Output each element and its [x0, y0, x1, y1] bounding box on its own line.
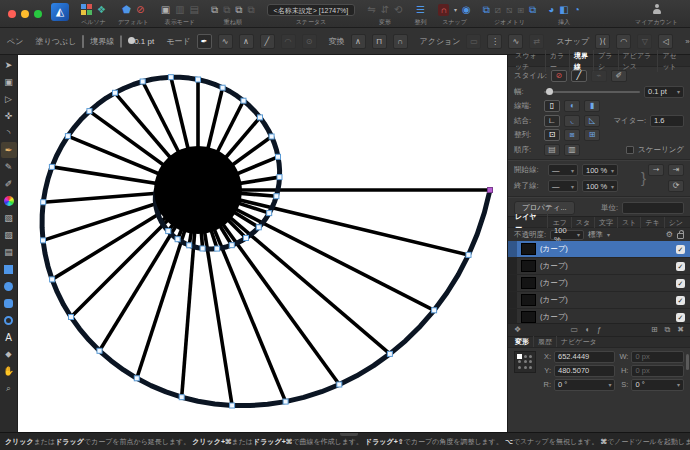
miter-field[interactable]: 1.6 — [650, 115, 684, 127]
align-center-icon[interactable]: ⊡ — [544, 129, 560, 141]
curve-node[interactable] — [269, 134, 274, 139]
snap-offcurve-icon[interactable]: ⟩⟨ — [595, 34, 610, 49]
mode-line-icon[interactable]: ╱ — [260, 34, 275, 49]
layer-visibility-checkbox[interactable]: ✓ — [676, 245, 685, 254]
mode-polygon-icon[interactable]: ∧ — [239, 34, 254, 49]
transform-tab-変形[interactable]: 変形 — [511, 336, 534, 347]
curve-end-node[interactable] — [488, 188, 493, 193]
canvas[interactable] — [18, 55, 507, 432]
new-layer-icon[interactable]: ⊞ — [651, 325, 658, 334]
move-forward-icon[interactable]: ⧉ — [223, 4, 230, 16]
scaling-checkbox[interactable] — [626, 146, 634, 154]
swap-arrows-icon[interactable]: ⟳ — [668, 180, 684, 192]
curve-node[interactable] — [466, 252, 471, 257]
nautilus-spiral-drawing[interactable] — [18, 55, 507, 432]
text-tool[interactable]: A — [1, 329, 17, 345]
snap-candidates-icon[interactable]: ◉ — [462, 4, 471, 16]
curve-node[interactable] — [267, 211, 272, 216]
boolean-divide-icon[interactable]: ⧆ — [518, 4, 524, 16]
curve-node[interactable] — [337, 382, 342, 387]
arrow-place-inside-icon[interactable]: ➝ — [648, 164, 664, 176]
join-round-icon[interactable]: ◟ — [564, 115, 580, 127]
vector-view-icon[interactable]: ▣ — [161, 4, 170, 16]
order-front-icon[interactable]: ▤ — [544, 144, 560, 156]
stroke-width-field[interactable]: 0.1 pt▾ — [644, 86, 684, 98]
curve-node[interactable] — [49, 164, 54, 169]
donut-tool[interactable] — [1, 312, 17, 328]
curve-node[interactable] — [241, 98, 246, 103]
stroke-swatch-black[interactable] — [120, 35, 122, 48]
splitter-handle[interactable] — [340, 433, 358, 436]
layers-tab-スト[interactable]: スト — [618, 217, 641, 228]
start-arrow-scale[interactable]: 100 %▾ — [582, 164, 618, 176]
layer-lock-icon[interactable] — [677, 233, 684, 239]
mode-lasso-icon[interactable]: ◠ — [281, 34, 296, 49]
curve-node[interactable] — [387, 351, 392, 356]
export-persona-icon[interactable]: ❖ — [97, 4, 106, 16]
x-field[interactable]: 652.4449 — [554, 351, 615, 363]
blend-options-icon[interactable]: ❖ — [514, 325, 521, 334]
curve-node[interactable] — [256, 225, 261, 230]
eyedropper-tool[interactable]: ⬥ — [1, 346, 17, 362]
pixel-persona-icon[interactable] — [81, 4, 92, 15]
layer-name[interactable]: (カーブ) — [540, 244, 568, 254]
insert-inside-icon[interactable]: ◔ — [574, 4, 580, 16]
vector-brush-tool[interactable]: ✐ — [1, 176, 17, 192]
style-dash-icon[interactable]: ⌁ — [591, 70, 607, 82]
layer-visibility-checkbox[interactable]: ✓ — [676, 262, 685, 271]
no-style-icon[interactable]: ⊘ — [136, 4, 144, 16]
curve-node[interactable] — [175, 237, 180, 242]
insert-behind-icon[interactable]: ◕ — [548, 4, 554, 16]
rotation-field[interactable]: 0 °▾ — [554, 379, 615, 391]
layer-name[interactable]: (カーブ) — [540, 261, 568, 271]
end-arrow-scale[interactable]: 100 %▾ — [582, 180, 618, 192]
arrow-place-outside-icon[interactable]: ⇥ — [668, 164, 684, 176]
color-wheel-tool[interactable] — [1, 193, 17, 209]
boolean-intersect-icon[interactable]: ⧅ — [506, 4, 512, 16]
curve-node[interactable] — [187, 243, 192, 248]
layer-thumbnail[interactable] — [521, 260, 536, 272]
join-miter-icon[interactable]: ∟ — [544, 115, 560, 127]
rounded-rectangle-tool[interactable] — [1, 295, 17, 311]
corner-tool[interactable]: ◝ — [1, 125, 17, 141]
align-inside-icon[interactable]: ⧈ — [564, 129, 580, 141]
curve-node[interactable] — [65, 134, 70, 139]
convert-smart-icon[interactable]: ∩ — [393, 34, 408, 49]
layers-tab-文字[interactable]: 文字 — [595, 217, 618, 228]
move-tool[interactable]: ➤ — [1, 57, 17, 73]
layer-row[interactable]: (カーブ)✓ — [508, 292, 690, 309]
anchor-point-selector[interactable] — [514, 351, 536, 373]
unit-field[interactable] — [622, 202, 684, 214]
fill-swatch-none[interactable] — [82, 35, 84, 48]
transform-tab-履歴[interactable]: 履歴 — [534, 336, 557, 347]
curve-node[interactable] — [168, 75, 173, 80]
style-brush-icon[interactable]: ✐ — [611, 70, 627, 82]
curve-node[interactable] — [277, 175, 282, 180]
mode-preview-icon[interactable]: ⊙ — [302, 34, 317, 49]
account-person-icon[interactable] — [652, 4, 662, 15]
curve-node[interactable] — [200, 246, 205, 251]
stroke-width-slider-panel[interactable] — [544, 91, 640, 93]
zoom-window-button[interactable] — [34, 10, 42, 18]
curve-node[interactable] — [196, 77, 201, 82]
action-break-icon[interactable]: ▭ — [466, 34, 481, 49]
join-bevel-icon[interactable]: ◺ — [584, 115, 600, 127]
layer-row[interactable]: (カーブ)✓ — [508, 275, 690, 292]
layer-name[interactable]: (カーブ) — [540, 295, 568, 305]
curve-node[interactable] — [215, 246, 220, 251]
ellipse-tool[interactable] — [1, 278, 17, 294]
snap-geometry-icon[interactable]: ◠ — [616, 34, 631, 49]
mode-smart-icon[interactable]: ∿ — [218, 34, 233, 49]
point-transform-tool[interactable]: ✜ — [1, 108, 17, 124]
curve-node[interactable] — [97, 348, 102, 353]
action-close-icon[interactable]: ⋮ — [487, 34, 502, 49]
snap-construct-icon[interactable]: ◁ — [658, 34, 673, 49]
layer-row[interactable]: (カーブ)✓ — [508, 241, 690, 258]
close-window-button[interactable] — [8, 10, 16, 18]
transparency-tool[interactable]: ▨ — [1, 227, 17, 243]
curve-node[interactable] — [283, 399, 288, 404]
layers-tab-スタ[interactable]: スタ — [572, 217, 595, 228]
layer-settings-gear-icon[interactable]: ⚙ — [666, 230, 673, 239]
minimize-window-button[interactable] — [21, 10, 29, 18]
transform-tab-ナビゲータ[interactable]: ナビゲータ — [557, 336, 601, 347]
